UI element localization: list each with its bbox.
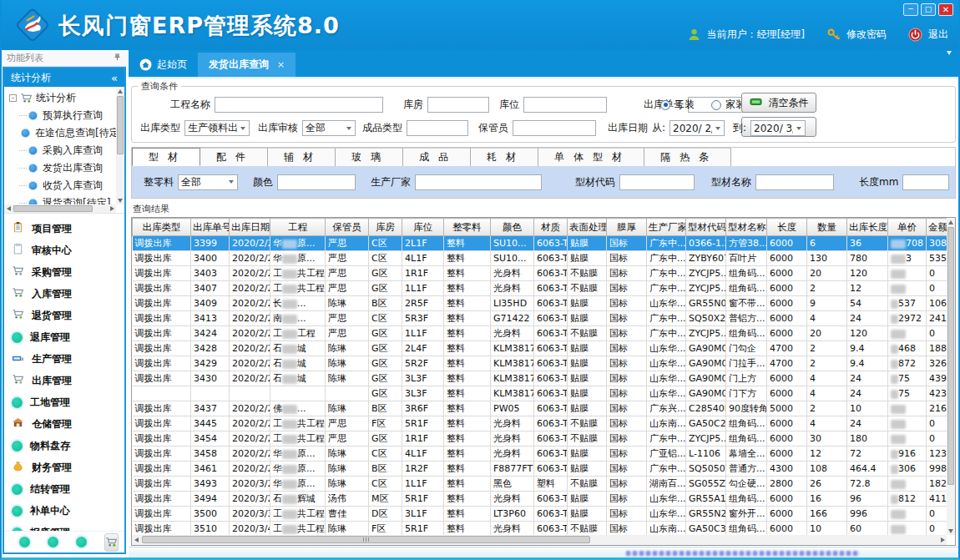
column-header-金额[interactable]: 金额	[927, 219, 947, 236]
close-button[interactable]: ✕	[938, 3, 953, 16]
column-header-工程[interactable]: 工程	[270, 219, 326, 236]
table-row[interactable]: 调拨出库34132020/2/26南...严思C区5R3F整料G71422606…	[133, 311, 947, 326]
scroll-down-icon[interactable]	[947, 527, 955, 535]
material-tab-型材[interactable]: 型材	[132, 148, 200, 166]
table-row[interactable]: 调拨出库34292020/2/26石城陈琳G区5R2F整料KLM38176063…	[133, 356, 947, 371]
column-header-保管员[interactable]: 保管员	[326, 219, 369, 236]
material-tab-单体型材[interactable]: 单体型材	[538, 148, 644, 166]
scrollbar-thumb[interactable]	[142, 536, 590, 543]
date-from-picker[interactable]: 2020/ 2/16	[669, 120, 725, 136]
cart-module-button[interactable]	[104, 533, 119, 552]
column-header-材质[interactable]: 材质	[534, 219, 568, 236]
tree-item[interactable]: 退货查询[待定]	[9, 194, 116, 204]
scroll-up-icon[interactable]	[947, 218, 955, 226]
column-header-膜厚[interactable]: 膜厚	[607, 219, 647, 236]
statistics-group-header[interactable]: 统计分析 «	[4, 68, 124, 87]
table-row[interactable]: 调拨出库34372020/2/27佛...陈琳B区3R6F整料PW056063-…	[133, 401, 947, 416]
collapse-icon[interactable]: «	[111, 72, 118, 84]
scroll-right-icon[interactable]	[108, 204, 116, 213]
sidebar-item-物料盘存[interactable]: 物料盘存	[4, 435, 124, 457]
project-name-input[interactable]	[215, 97, 383, 113]
table-row[interactable]: 调拨出库34452020/2/27工共工程严思F区5R1F整料光身料6063-T…	[133, 416, 947, 431]
column-header-出库类型[interactable]: 出库类型	[133, 219, 191, 236]
column-header-型材名称[interactable]: 型材名称	[726, 219, 767, 236]
material-tab-耗材[interactable]: 耗材	[471, 148, 538, 166]
column-header-数量[interactable]: 数量	[807, 219, 847, 236]
tree-horizontal-scrollbar[interactable]	[4, 204, 116, 213]
keeper-input[interactable]	[513, 120, 596, 136]
whole-part-select[interactable]: 全部	[178, 174, 238, 190]
sidebar-item-工地管理[interactable]: 工地管理	[4, 391, 124, 413]
radio-gongzhuang[interactable]	[660, 100, 670, 110]
module-dot-icon[interactable]	[48, 537, 58, 547]
tree-item[interactable]: 在途信息查询[待定]	[9, 124, 116, 142]
column-header-型材代码[interactable]: 型材代码	[686, 219, 726, 236]
sidebar-item-项目管理[interactable]: 项目管理	[4, 218, 124, 240]
table-row[interactable]: 调拨出库34942020/3/2石辉城汤伟M区5R1F整料光身料6063-T5贴…	[133, 492, 947, 507]
tab-home[interactable]: 起始页	[129, 53, 198, 77]
tab-shipping-outbound-query[interactable]: 发货出库查询 ×	[198, 53, 296, 77]
material-tab-配件[interactable]: 配件	[200, 148, 268, 166]
sidebar-item-入库管理[interactable]: 入库管理	[4, 283, 124, 305]
table-row[interactable]: 调拨出库34542020/2/28工共工程严思G区1R1F整料光身料6063-T…	[133, 431, 947, 446]
material-tab-辅材[interactable]: 辅材	[268, 148, 336, 166]
scrollbar-thumb[interactable]	[117, 96, 124, 154]
column-header-出库长度[interactable]: 出库长度	[847, 219, 888, 236]
sidebar-item-出库管理[interactable]: 出库管理	[4, 370, 124, 391]
scrollbar-thumb[interactable]	[13, 205, 93, 212]
change-password-link[interactable]: 修改密码	[846, 28, 887, 42]
tree-item[interactable]: 预算执行查询	[9, 107, 116, 124]
tree-vertical-scrollbar[interactable]	[116, 87, 124, 204]
column-header-库房[interactable]: 库房	[369, 219, 402, 236]
sidebar-item-仓储管理[interactable]: 仓储管理	[4, 413, 124, 435]
scroll-left-icon[interactable]	[132, 536, 140, 544]
minimize-button[interactable]: ─	[903, 3, 918, 16]
column-header-长度[interactable]: 长度	[767, 219, 807, 236]
profile-name-input[interactable]	[755, 174, 834, 190]
column-header-单价[interactable]: 单价	[888, 219, 927, 236]
scroll-left-icon[interactable]	[4, 204, 13, 213]
table-row[interactable]: 调拨出库34612020/2/28华原...陈琳B区1R2F整料F8877FT6…	[133, 462, 947, 477]
table-row[interactable]: 调拨出库34302020/2/26石城陈琳G区3L3F整料KLM38176063…	[133, 371, 947, 386]
table-row[interactable]: 调拨出库34932020/3/2华原...陈琳C区1L1F整料黑色塑料不贴膜国标…	[133, 477, 947, 492]
scrollbar-thumb[interactable]	[947, 227, 954, 485]
outbound-type-select[interactable]: 生产领料出库	[184, 120, 250, 136]
tab-overflow-button[interactable]	[947, 55, 952, 71]
scroll-right-icon[interactable]	[938, 536, 947, 544]
tree-item[interactable]: 发货出库查询	[9, 159, 116, 177]
column-header-出库日期[interactable]: 出库日期	[230, 219, 270, 236]
table-row[interactable]: 调拨出库35002020/3/3工共工程曹佳D区3L1F整料LT3P606063…	[133, 507, 947, 522]
column-header-出库单号[interactable]: 出库单号	[191, 219, 230, 236]
product-type-input[interactable]	[407, 120, 468, 136]
color-input[interactable]	[277, 174, 356, 190]
scroll-down-icon[interactable]	[116, 196, 124, 204]
warehouse-input[interactable]	[427, 97, 489, 113]
logout-link[interactable]: 退出	[928, 28, 948, 42]
tree-root-node[interactable]: - 统计分析	[9, 89, 116, 107]
pin-icon[interactable]	[113, 53, 122, 64]
material-tab-玻璃[interactable]: 玻璃	[336, 148, 403, 166]
table-row[interactable]: 调拨出库35102020/3/4工共工程陈琳F区5R1F整料光身料6063-T5…	[133, 522, 947, 536]
table-row[interactable]: 调拨出库34032020/2/25工共工程严思G区1R1F整料光身料6063-T…	[133, 266, 947, 281]
sidebar-item-财务管理[interactable]: 财务管理	[4, 457, 124, 478]
maximize-button[interactable]: □	[921, 3, 936, 16]
material-tab-隔热条[interactable]: 隔热条	[644, 148, 731, 166]
table-row[interactable]: G区3L3F整料KLM38176063-T5贴膜国标山东华...GA90M09.…	[133, 386, 947, 401]
material-tab-成品[interactable]: 成品	[403, 148, 471, 166]
table-row[interactable]: 调拨出库34282020/2/26石城陈琳G区2L4F整料KLM38176063…	[133, 341, 947, 356]
table-row[interactable]: 调拨出库33992020/2/25华原...严思C区2L1F整料SU10...6…	[133, 236, 947, 251]
table-row[interactable]: 调拨出库34242020/2/26工工程严思G区1L1F整料光身料6063-T5…	[133, 326, 947, 341]
sidebar-item-退货管理[interactable]: 退货管理	[4, 305, 124, 326]
profile-code-input[interactable]	[619, 174, 695, 190]
manufacturer-input[interactable]	[415, 174, 542, 190]
table-row[interactable]: 调拨出库34092020/2/25长...陈琳B区2R5F整料LI35HD606…	[133, 296, 947, 311]
sidebar-item-退库管理[interactable]: 退库管理	[4, 326, 124, 348]
column-header-库位[interactable]: 库位	[402, 219, 444, 236]
grid-vertical-scrollbar[interactable]	[947, 218, 955, 535]
sidebar-item-报废管理[interactable]: 报废管理	[4, 522, 124, 531]
sidebar-item-生产管理[interactable]: 生产管理	[4, 348, 124, 370]
scroll-up-icon[interactable]	[116, 87, 124, 95]
column-header-整零料[interactable]: 整零料	[444, 219, 491, 236]
radio-jiazhuang[interactable]	[711, 100, 721, 110]
sidebar-item-采购管理[interactable]: 采购管理	[4, 261, 124, 283]
